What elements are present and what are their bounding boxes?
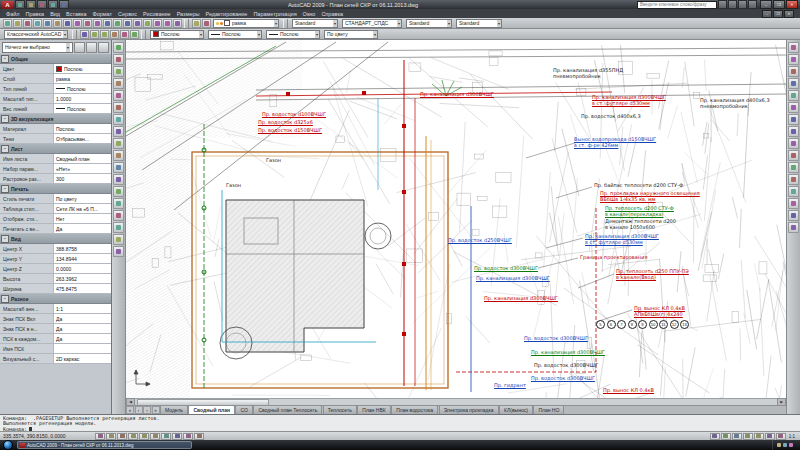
stretch-button[interactable] xyxy=(788,138,799,149)
minimize-button[interactable]: – xyxy=(760,0,772,9)
qp-toggle-button[interactable] xyxy=(194,433,204,440)
start-button[interactable] xyxy=(3,440,13,450)
plot-preview-button[interactable] xyxy=(43,19,52,28)
layer-lock-button[interactable] xyxy=(130,30,139,39)
osnap-toggle-button[interactable] xyxy=(139,433,149,440)
construction-line-button[interactable] xyxy=(113,54,124,65)
layer-isolate-button[interactable] xyxy=(100,30,109,39)
menu-item-Параметризация[interactable]: Параметризация xyxy=(253,11,296,17)
select-objects-icon[interactable] xyxy=(86,42,97,53)
layer-off-button[interactable] xyxy=(120,30,129,39)
property-value[interactable]: 1.0000 xyxy=(54,94,111,103)
collapse-icon[interactable]: − xyxy=(1,55,9,63)
menu-item-Вставка[interactable]: Вставка xyxy=(66,11,86,17)
plot-button[interactable] xyxy=(48,0,58,9)
polygon-button[interactable] xyxy=(113,78,124,89)
tab-scroll-button[interactable]: » xyxy=(152,406,160,414)
tab-Электрика прокладка[interactable]: Электрика прокладка xyxy=(439,405,499,414)
infocenter-search-input[interactable] xyxy=(637,1,717,9)
circle-button[interactable] xyxy=(113,114,124,125)
extend-button[interactable] xyxy=(788,162,799,173)
polar-toggle-button[interactable] xyxy=(128,433,138,440)
doc-minimize-button[interactable]: – xyxy=(762,10,772,18)
toolbar-grip[interactable] xyxy=(141,30,146,39)
gradient-button[interactable] xyxy=(113,210,124,221)
collapse-icon[interactable]: − xyxy=(1,185,9,193)
save-button[interactable] xyxy=(23,19,32,28)
match-properties-button[interactable] xyxy=(93,19,102,28)
zoom-window-button[interactable] xyxy=(143,19,152,28)
collapse-icon[interactable]: − xyxy=(1,235,9,243)
command-window[interactable]: Команда: _.PAGESETUP Выполняется регенер… xyxy=(0,414,800,431)
dyn-toggle-button[interactable] xyxy=(172,433,182,440)
offset-button[interactable] xyxy=(788,78,799,89)
menu-item-Файл[interactable]: Файл xyxy=(6,11,20,17)
hatch-button[interactable] xyxy=(113,198,124,209)
menu-item-Правка[interactable]: Правка xyxy=(26,11,45,17)
table-button[interactable] xyxy=(113,234,124,245)
zoom-realtime-button[interactable] xyxy=(133,19,142,28)
new-file-button[interactable] xyxy=(3,19,12,28)
make-objects-layer-button[interactable] xyxy=(90,30,99,39)
redo-button[interactable] xyxy=(113,19,122,28)
chamfer-button[interactable] xyxy=(788,198,799,209)
polyline-button[interactable] xyxy=(113,66,124,77)
tab-Сводный план Теплосеть[interactable]: Сводный план Теплосеть xyxy=(253,405,322,414)
taskbar-task-button[interactable]: AutoCAD 2009 - План сетей СКР от 06.11.2… xyxy=(17,441,192,449)
selection-dropdown[interactable]: Ничего не выбрано ▾ xyxy=(2,42,73,53)
erase-button[interactable] xyxy=(788,42,799,53)
spline-button[interactable] xyxy=(113,138,124,149)
line-button[interactable] xyxy=(113,42,124,53)
property-value[interactable]: 1:1 xyxy=(54,304,111,313)
maximize-button[interactable]: ❐ xyxy=(773,0,785,9)
section-header-Разное[interactable]: −Разное xyxy=(0,294,111,304)
new-file-button[interactable] xyxy=(15,0,25,9)
dim-style-dropdown[interactable]: СТАНДАРТ_СПДС▾ xyxy=(342,19,402,28)
make-block-button[interactable] xyxy=(113,174,124,185)
point-button[interactable] xyxy=(113,186,124,197)
workspace-switch-button[interactable] xyxy=(765,433,775,440)
revision-cloud-button[interactable] xyxy=(113,126,124,137)
tab-scroll-button[interactable]: ‹ xyxy=(135,406,143,414)
menu-item-Рисование[interactable]: Рисование xyxy=(143,11,171,17)
lineweight-dropdown[interactable]: Послою▾ xyxy=(266,30,320,39)
drawing-canvas[interactable]: Пр. канализация d355ПНД пневмопробойникП… xyxy=(126,40,786,398)
property-value[interactable]: 0.0000 xyxy=(54,264,111,273)
property-value[interactable]: Сети ЛК на «6 П... xyxy=(54,204,111,213)
rotate-button[interactable] xyxy=(788,114,799,125)
favorites-icon[interactable] xyxy=(738,0,747,9)
property-value[interactable]: Послою xyxy=(54,64,111,73)
collapse-icon[interactable]: − xyxy=(1,295,9,303)
close-button[interactable]: ✕ xyxy=(786,0,798,9)
text-style-dropdown[interactable]: Standard▾ xyxy=(292,19,338,28)
property-value[interactable]: Отбрасыван... xyxy=(54,134,111,143)
tab-scroll-button[interactable]: « xyxy=(126,406,134,414)
doc-close-button[interactable]: ✕ xyxy=(784,10,794,18)
snap-toggle-button[interactable] xyxy=(95,433,105,440)
property-value[interactable]: 263.3962 xyxy=(54,274,111,283)
section-header-Общие[interactable]: −Общие xyxy=(0,54,111,64)
menu-item-Формат[interactable]: Формат xyxy=(93,11,113,17)
tool-palettes-button[interactable] xyxy=(173,19,182,28)
property-value[interactable]: «Нет» xyxy=(54,164,111,173)
menu-item-Справка[interactable]: Справка xyxy=(321,11,343,17)
ortho-toggle-button[interactable] xyxy=(117,433,127,440)
property-value[interactable]: Послою xyxy=(54,104,111,113)
collapse-icon[interactable]: − xyxy=(1,115,9,123)
model-space-button[interactable] xyxy=(710,433,720,440)
property-value[interactable]: 388.8758 xyxy=(54,244,111,253)
tab-СО[interactable]: СО xyxy=(235,405,252,414)
trim-button[interactable] xyxy=(788,150,799,161)
tab-КЛ(вынос)[interactable]: КЛ(вынос) xyxy=(499,405,533,414)
properties-button[interactable] xyxy=(153,19,162,28)
annotation-visibility-button[interactable] xyxy=(754,433,764,440)
property-value[interactable]: Сводный план xyxy=(54,154,111,163)
section-header-Печать[interactable]: −Печать xyxy=(0,184,111,194)
grid-toggle-button[interactable] xyxy=(106,433,116,440)
quick-select-icon[interactable] xyxy=(98,42,109,53)
property-value[interactable]: Послою xyxy=(54,124,111,133)
section-header-Вид[interactable]: −Вид xyxy=(0,234,111,244)
menu-item-Вид[interactable]: Вид xyxy=(50,11,60,17)
property-value[interactable]: 300 xyxy=(54,174,111,183)
property-value[interactable]: 475.8475 xyxy=(54,284,111,293)
